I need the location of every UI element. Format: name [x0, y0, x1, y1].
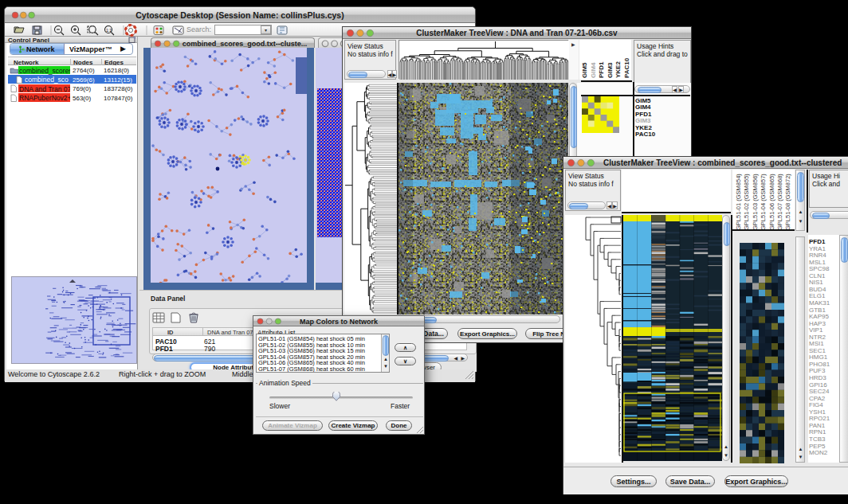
svg-text:PFD1: PFD1	[598, 61, 605, 78]
svg-text:GPL51-01 (GSM854): GPL51-01 (GSM854)	[735, 174, 742, 230]
svg-text:GPL51-03 (GSM856): GPL51-03 (GSM856)	[752, 174, 759, 230]
svg-text:GPL51-07 (GSM868): GPL51-07 (GSM868)	[776, 174, 783, 230]
svg-text:GPL51-06 (GSM865): GPL51-06 (GSM865)	[768, 174, 775, 230]
svg-text:1:1: 1:1	[106, 28, 112, 33]
svg-text:GPL51-04 (GSM857): GPL51-04 (GSM857)	[760, 174, 767, 230]
svg-text:GIM3: GIM3	[607, 62, 614, 78]
svg-text:GIM5: GIM5	[581, 62, 588, 78]
svg-text:GPL51-08 (GSM872): GPL51-08 (GSM872)	[784, 174, 791, 230]
svg-text:GPL51-02 (GSM855): GPL51-02 (GSM855)	[743, 174, 750, 230]
svg-text:YKE2: YKE2	[614, 61, 622, 78]
svg-text:PAC10: PAC10	[623, 57, 630, 78]
svg-text:GIM4: GIM4	[590, 62, 597, 78]
